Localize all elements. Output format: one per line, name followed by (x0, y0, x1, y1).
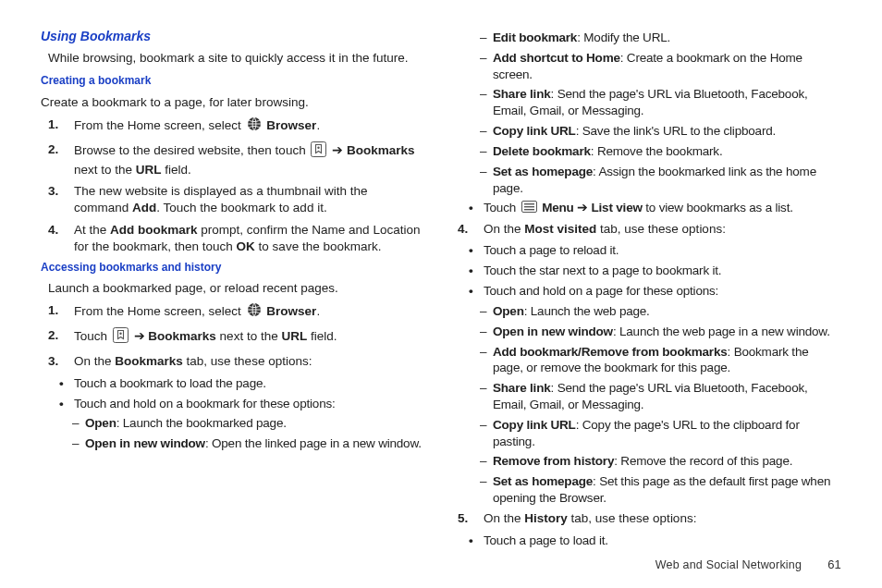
step-2: 2. Browse to the desired website, then t… (48, 141, 424, 178)
bold-text: Set as homepage (493, 474, 593, 488)
bold-text: Bookmarks (347, 143, 415, 157)
bold-text: Add shortcut to Home (493, 51, 620, 65)
step-number: 3. (48, 353, 74, 370)
text: : Launch the web page in a new window. (613, 325, 830, 338)
manual-page: Using Bookmarks While browsing, bookmark… (0, 0, 882, 588)
dash-mark: – (72, 415, 85, 432)
subheading-accessing: Accessing bookmarks and history (41, 261, 424, 276)
svg-rect-1 (312, 141, 326, 156)
dash-body: Open in new window: Open the linked page… (85, 435, 424, 452)
step-3b: 3. On the Bookmarks tab, use these optio… (48, 353, 424, 370)
text: to view bookmarks as a list. (643, 201, 793, 214)
text: : Modify the URL. (577, 31, 670, 44)
dash-mark: – (480, 453, 493, 470)
dash-item: – Share link: Send the page's URL via Bl… (480, 86, 841, 119)
dash-item: – Open: Launch the web page. (480, 303, 841, 320)
bullet-mark: • (59, 396, 74, 412)
section-intro: While browsing, bookmark a site to quick… (48, 50, 424, 67)
text: field. (162, 163, 191, 177)
dash-body: Set as homepage: Assign the bookmarked l… (493, 164, 841, 197)
dash-mark: – (480, 324, 493, 340)
step-body: The new website is displayed as a thumbn… (74, 183, 424, 216)
bold-text: Browser (266, 118, 316, 132)
text: From the Home screen, select (74, 304, 245, 318)
bullet-body: Touch a page to load it. (484, 533, 841, 549)
bold-text: Edit bookmark (493, 31, 577, 44)
sub2-intro: Launch a bookmarked page, or reload rece… (48, 280, 424, 297)
bullet: • Touch a bookmark to load the page. (59, 375, 424, 392)
step-number: 4. (48, 222, 74, 255)
text: field. (307, 330, 337, 344)
text: : Launch the web page. (524, 304, 650, 318)
bullet: • Touch and hold on a page for these opt… (469, 283, 841, 300)
dash-body: Open: Launch the bookmarked page. (85, 415, 424, 432)
text: : Open the linked page in a new window. (205, 436, 422, 450)
globe-icon (247, 116, 262, 136)
bullet: • Touch Menu ➔ List view to view bookmar… (469, 200, 841, 216)
bold-text: Open (85, 416, 116, 430)
bold-text: Delete bookmark (493, 144, 591, 158)
text: : Save the link's URL to the clipboard. (576, 124, 776, 138)
bold-text: OK (237, 239, 255, 253)
step-4: 4. At the Add bookmark prompt, confirm t… (48, 222, 424, 255)
bookmark-star-icon (311, 141, 326, 162)
dash-item: – Share link: Send the page's URL via Bl… (480, 380, 841, 413)
bullet: • Touch the star next to a page to bookm… (469, 263, 841, 279)
arrow-icon: ➔ (577, 201, 591, 214)
dash-item: – Open in new window: Launch the web pag… (480, 324, 841, 340)
text: . Touch the bookmark to add it. (156, 201, 326, 214)
page-footer: Web and Social Networking 61 (655, 557, 841, 571)
dash-mark: – (480, 344, 493, 377)
step-number: 5. (458, 510, 484, 527)
dash-item: – Set as homepage: Assign the bookmarked… (480, 164, 841, 197)
dash-item: – Set as homepage: Set this page as the … (480, 473, 841, 507)
dash-mark: – (480, 303, 493, 320)
text: . (316, 118, 320, 132)
dash-item: – Copy link URL: Save the link's URL to … (480, 123, 841, 140)
text: : Remove the bookmark. (591, 144, 723, 158)
arrow-icon: ➔ (332, 143, 347, 157)
dash-mark: – (480, 164, 493, 197)
dash-item: – Edit bookmark: Modify the URL. (480, 30, 841, 46)
dash-mark: – (480, 50, 493, 83)
dash-body: Open: Launch the web page. (493, 303, 841, 320)
bold-text: History (524, 511, 568, 525)
bullet-mark: • (469, 283, 484, 300)
text: Browse to the desired website, then touc… (74, 143, 309, 157)
bold-text: Open (493, 304, 524, 318)
step-number: 1. (48, 116, 74, 136)
text: On the (484, 511, 524, 525)
svg-rect-9 (524, 209, 534, 210)
bullet: • Touch and hold on a bookmark for these… (59, 396, 424, 412)
bold-text: Remove from history (493, 454, 614, 468)
bold-text: URL (136, 163, 162, 177)
dash-body: Add bookmark/Remove from bookmarks: Book… (493, 344, 841, 377)
step-1b: 1. From the Home screen, select Browser. (48, 302, 424, 322)
bullet-mark: • (469, 533, 484, 549)
svg-point-2 (318, 146, 320, 148)
step-body: Touch ➔ Bookmarks next to the URL field. (74, 327, 424, 348)
footer-section-title: Web and Social Networking (655, 558, 802, 571)
dash-item: – Open in new window: Open the linked pa… (72, 435, 424, 452)
dash-body: Add shortcut to Home: Create a bookmark … (493, 50, 841, 83)
step-number: 2. (48, 141, 74, 178)
bullet-body: Touch Menu ➔ List view to view bookmarks… (484, 200, 841, 216)
menu-icon (521, 201, 537, 217)
text: tab, use these options: (568, 511, 697, 525)
step-body: On the History tab, use these options: (484, 510, 841, 527)
svg-rect-8 (524, 206, 534, 207)
dash-item: – Add bookmark/Remove from bookmarks: Bo… (480, 344, 841, 377)
step-4r: 4. On the Most visited tab, use these op… (458, 221, 841, 238)
dash-item: – Remove from history: Remove the record… (480, 453, 841, 470)
dash-body: Copy link URL: Copy the page's URL to th… (493, 417, 841, 450)
step-5r: 5. On the History tab, use these options… (458, 510, 841, 527)
dash-body: Delete bookmark: Remove the bookmark. (493, 143, 841, 160)
svg-rect-4 (113, 328, 128, 343)
sub1-intro: Create a bookmark to a page, for later b… (41, 94, 424, 111)
text: At the (74, 223, 110, 237)
subheading-creating: Creating a bookmark (41, 74, 424, 89)
dash-mark: – (480, 86, 493, 119)
dash-mark: – (480, 473, 493, 507)
bold-text: Bookmarks (115, 354, 183, 368)
text: On the (484, 222, 524, 236)
